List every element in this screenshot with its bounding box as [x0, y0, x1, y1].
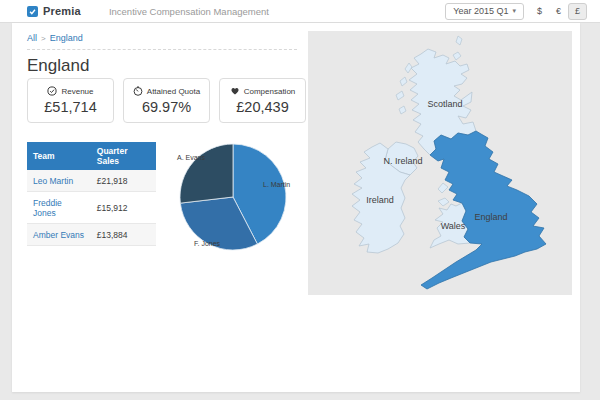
- isle-of-man: [438, 183, 448, 193]
- revenue-label: Revenue: [61, 87, 93, 96]
- main-content-card: All>England England Revenue £51,714 Atta…: [12, 23, 580, 392]
- hebrides-islet: [396, 91, 404, 100]
- uk-choropleth-map: Scotland N. Ireland Ireland Wales Englan…: [308, 31, 572, 295]
- quarter-sales-value: £21,918: [91, 170, 156, 192]
- brand-name[interactable]: Premia: [43, 5, 81, 17]
- compensation-label: Compensation: [244, 87, 296, 96]
- period-dropdown-label: Year 2015 Q1: [453, 6, 508, 16]
- dashboard-page: { "navbar": { "brand": "Premia", "app_ti…: [0, 0, 600, 400]
- anglesey: [438, 198, 449, 206]
- top-navbar: Premia Incentive Compensation Management…: [0, 0, 600, 23]
- gauge-icon: [133, 86, 143, 96]
- page-title: England: [27, 56, 89, 76]
- currency-toggle-group: $ € £: [530, 3, 587, 20]
- premia-logo-icon: [27, 6, 38, 17]
- breadcrumb-all-link[interactable]: All: [27, 33, 37, 43]
- quarter-sales-value: £15,912: [91, 192, 156, 224]
- period-dropdown[interactable]: Year 2015 Q1 ▾: [445, 3, 524, 20]
- map-label-scotland: Scotland: [427, 99, 462, 109]
- uk-map-panel: Scotland N. Ireland Ireland Wales Englan…: [308, 31, 572, 295]
- hebrides-islet: [400, 77, 407, 86]
- pie-slice-a-evans[interactable]: [180, 144, 233, 203]
- check-circle-icon: [47, 86, 57, 96]
- map-region-england[interactable]: [421, 131, 546, 289]
- pie-label-a-evans: A. Evans: [177, 154, 205, 161]
- table-row: Amber Evans £13,884: [27, 224, 156, 246]
- team-member-link[interactable]: Amber Evans: [33, 230, 84, 240]
- map-label-n-ireland: N. Ireland: [383, 156, 422, 166]
- map-label-wales: Wales: [441, 221, 466, 231]
- compensation-card: Compensation £20,439: [219, 78, 306, 123]
- pie-label-f-jones: F. Jones: [194, 240, 220, 247]
- chevron-down-icon: ▾: [512, 7, 516, 15]
- team-column-header: Team: [27, 142, 91, 170]
- revenue-value: £51,714: [44, 99, 96, 115]
- team-sales-table: Team Quarter Sales Leo Martin £21,918 Fr…: [27, 142, 156, 246]
- breadcrumb-england-link[interactable]: England: [50, 33, 83, 43]
- breadcrumb-separator: >: [41, 34, 46, 43]
- table-header-row: Team Quarter Sales: [27, 142, 156, 170]
- compensation-value: £20,439: [236, 99, 288, 115]
- table-row: Leo Martin £21,918: [27, 170, 156, 192]
- table-row: Freddie Jones £15,912: [27, 192, 156, 224]
- breadcrumb-divider: [27, 49, 297, 50]
- attained-quota-card: Attained Quota 69.97%: [123, 78, 210, 123]
- revenue-card: Revenue £51,714: [27, 78, 114, 123]
- team-member-link[interactable]: Freddie Jones: [33, 198, 62, 218]
- currency-pound-button[interactable]: £: [568, 3, 587, 20]
- attained-quota-value: 69.97%: [142, 99, 191, 115]
- quarter-sales-value: £13,884: [91, 224, 156, 246]
- currency-euro-button[interactable]: €: [549, 3, 568, 20]
- currency-dollar-button[interactable]: $: [530, 3, 549, 20]
- map-label-ireland: Ireland: [366, 195, 394, 205]
- heart-icon: [230, 86, 240, 96]
- breadcrumb: All>England: [27, 33, 83, 43]
- orkney-islands: [453, 52, 461, 60]
- hebrides-islet: [399, 106, 406, 114]
- map-label-england: England: [474, 212, 507, 222]
- stats-row: Revenue £51,714 Attained Quota 69.97% Co…: [27, 78, 306, 123]
- attained-quota-label: Attained Quota: [147, 87, 200, 96]
- quarter-sales-column-header: Quarter Sales: [91, 142, 156, 170]
- navbar-controls: Year 2015 Q1 ▾ $ € £: [445, 3, 587, 20]
- shetland-islands: [456, 36, 462, 45]
- app-title: Incentive Compensation Management: [109, 6, 269, 17]
- team-member-link[interactable]: Leo Martin: [33, 176, 73, 186]
- pie-label-l-martin: L. Martin: [263, 181, 290, 188]
